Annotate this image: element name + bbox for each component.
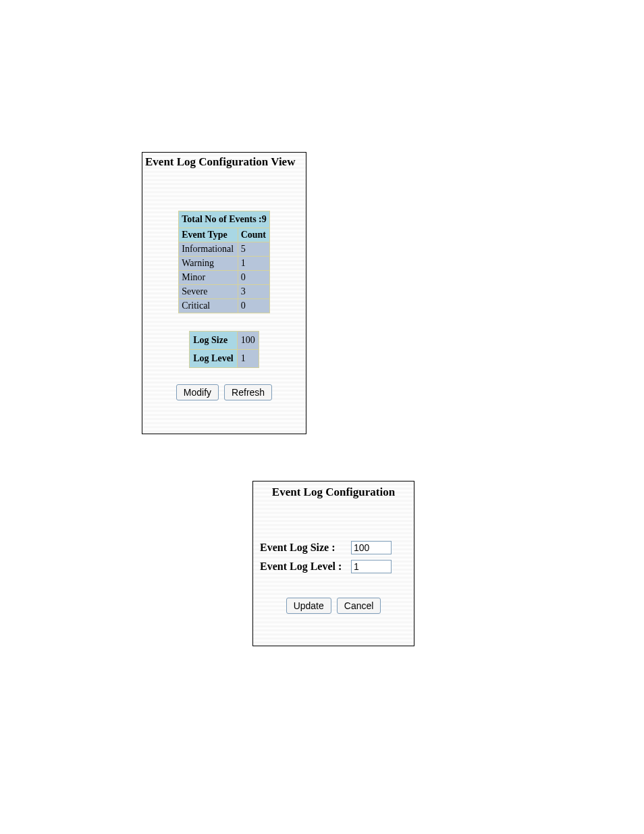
event-log-size-label: Event Log Size :: [260, 542, 351, 554]
event-log-config-view-panel: Event Log Configuration View Total No of…: [142, 152, 306, 434]
update-button[interactable]: Update: [286, 598, 331, 614]
cell-count: 5: [238, 242, 269, 257]
event-log-config-panel: Event Log Configuration Event Log Size :…: [252, 481, 414, 646]
event-count-table: Total No of Events :9 Event Type Count I…: [178, 211, 270, 313]
cell-type: Informational: [179, 242, 238, 257]
table-row: Informational 5: [179, 242, 270, 257]
total-events-value: 9: [262, 214, 267, 224]
panel-title: Event Log Configuration View: [142, 153, 306, 170]
config-form: Event Log Size : Event Log Level : Updat…: [253, 502, 414, 614]
log-settings-table: Log Size 100 Log Level 1: [189, 331, 259, 368]
log-level-value: 1: [237, 350, 259, 368]
table-row: Warning 1: [179, 257, 270, 271]
cell-count: 3: [238, 285, 269, 299]
panel-title: Event Log Configuration: [253, 481, 414, 502]
total-events-label: Total No of Events :: [182, 214, 262, 224]
cell-count: 1: [238, 257, 269, 271]
table-caption: Total No of Events :9: [179, 211, 270, 228]
cell-type: Warning: [179, 257, 238, 271]
button-row: Modify Refresh: [142, 384, 306, 400]
event-log-level-label: Event Log Level :: [260, 561, 351, 573]
event-log-level-input[interactable]: [351, 560, 392, 573]
table-row: Critical 0: [179, 299, 270, 313]
table-row: Minor 0: [179, 271, 270, 285]
log-size-value: 100: [237, 332, 259, 350]
header-count: Count: [238, 228, 269, 242]
cell-type: Minor: [179, 271, 238, 285]
form-row: Event Log Level :: [260, 560, 407, 573]
cell-type: Critical: [179, 299, 238, 313]
modify-button[interactable]: Modify: [176, 384, 219, 400]
header-event-type: Event Type: [179, 228, 238, 242]
cell-count: 0: [238, 271, 269, 285]
cell-type: Severe: [179, 285, 238, 299]
table-row: Severe 3: [179, 285, 270, 299]
refresh-button[interactable]: Refresh: [224, 384, 272, 400]
form-row: Event Log Size :: [260, 541, 407, 554]
button-row: Update Cancel: [260, 598, 407, 614]
table-header-row: Event Type Count: [179, 228, 270, 242]
cell-count: 0: [238, 299, 269, 313]
panel-inner: Total No of Events :9 Event Type Count I…: [142, 170, 306, 400]
log-size-label: Log Size: [190, 332, 238, 350]
cancel-button[interactable]: Cancel: [337, 598, 381, 614]
table-row: Log Level 1: [190, 350, 259, 368]
event-log-size-input[interactable]: [351, 541, 392, 554]
log-level-label: Log Level: [190, 350, 238, 368]
table-row: Log Size 100: [190, 332, 259, 350]
